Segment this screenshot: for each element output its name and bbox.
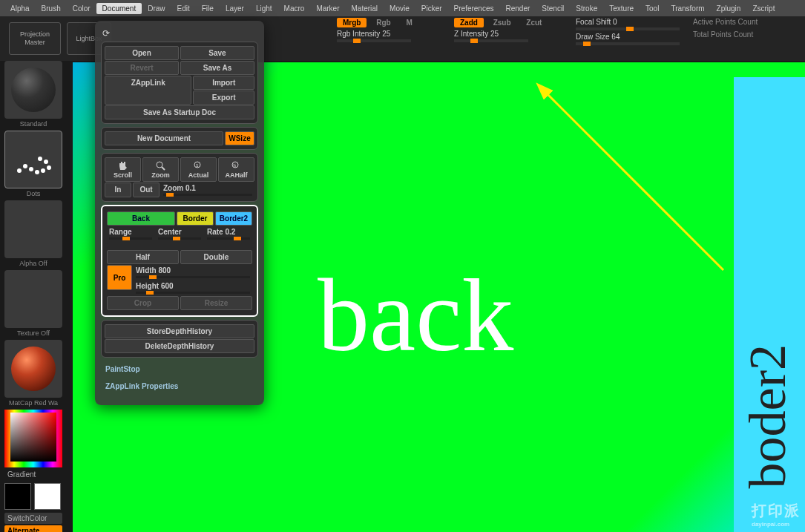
menu-stroke[interactable]: Stroke [570,3,603,14]
depth-group: StoreDepthHistory DeleteDepthHistory [101,320,258,358]
zapplink-properties-link[interactable]: ZAppLink Properties [99,378,260,395]
texture-thumb[interactable] [4,270,62,328]
menu-macro[interactable]: Macro [278,3,311,14]
z-intensity-slider[interactable] [454,39,528,42]
z-intensity-label: Z Intensity [454,30,488,38]
menu-alpha[interactable]: Alpha [4,3,36,14]
menu-edit[interactable]: Edit [171,3,196,14]
main-menubar: AlphaBrushColorDocumentDrawEditFileLayer… [0,0,805,16]
range-slider[interactable]: Range [107,226,154,241]
background-group: Back Border Border2 Range Center Rate 0.… [101,205,258,317]
menu-texture[interactable]: Texture [603,3,640,14]
menu-draw[interactable]: Draw [142,3,171,14]
menu-preferences[interactable]: Preferences [448,3,500,14]
switch-color-button[interactable]: SwitchColor [4,513,62,524]
menu-zplugin[interactable]: Zplugin [711,3,747,14]
menu-material[interactable]: Material [346,3,384,14]
border-color-button[interactable]: Border [177,211,214,226]
swatch-black[interactable] [4,483,31,510]
zoom-out-button[interactable]: Out [133,183,160,197]
menu-tool[interactable]: Tool [640,3,665,14]
zoom-slider[interactable]: Zoom 0.1 [161,183,254,197]
active-points-label: Active Points Count [693,18,758,26]
rgb-button[interactable]: Rgb [370,18,396,27]
wsize-button[interactable]: WSize [225,131,254,145]
back-color-button[interactable]: Back [107,211,175,226]
projection-master-button[interactable]: Projection Master [9,22,61,55]
store-depth-button[interactable]: StoreDepthHistory [105,324,254,338]
menu-stencil[interactable]: Stencil [536,3,570,14]
mrgb-button[interactable]: Mrgb [337,18,367,27]
menu-render[interactable]: Render [500,3,536,14]
focal-shift-slider[interactable] [576,27,680,30]
canvas-text-back: back [318,255,513,375]
menu-document[interactable]: Document [96,3,142,14]
save-button[interactable]: Save [180,46,254,60]
newdoc-group: New Document WSize [101,127,258,150]
export-button[interactable]: Export [193,91,254,105]
rgb-intensity-slider[interactable] [337,39,411,42]
rgb-intensity-label: Rgb Intensity [337,30,380,38]
brush-thumb-standard[interactable] [4,61,62,119]
resize-button[interactable]: Resize [180,296,252,310]
texture-label: Texture Off [0,329,67,337]
document-panel: ⟳ Open Save Revert Save As ZAppLink Impo… [95,21,264,405]
zapplink-button[interactable]: ZAppLink [105,76,191,105]
double-button[interactable]: Double [180,250,252,264]
aahalf-icon: ½ [231,160,243,171]
open-button[interactable]: Open [105,46,179,60]
draw-size-label: Draw Size [576,33,610,41]
menu-brush[interactable]: Brush [36,3,67,14]
focal-shift-value: 0 [613,18,617,26]
stroke-thumb-dots[interactable] [4,131,62,188]
color-picker[interactable] [4,410,62,467]
rate-slider[interactable]: Rate 0.2 [205,226,252,241]
menu-zscript[interactable]: Zscript [746,3,781,14]
center-slider[interactable]: Center [156,226,203,241]
import-button[interactable]: Import [193,76,254,90]
total-points-label: Total Points Count [693,30,758,39]
zsub-button[interactable]: Zsub [487,18,517,27]
menu-file[interactable]: File [196,3,220,14]
color-swatches[interactable] [4,483,62,510]
save-as-button[interactable]: Save As [180,61,254,75]
material-thumb[interactable] [4,340,62,398]
menu-movie[interactable]: Movie [384,3,415,14]
swatch-white[interactable] [34,483,61,510]
width-slider[interactable]: Width 800 [134,265,252,280]
menu-light[interactable]: Light [250,3,278,14]
crop-button[interactable]: Crop [107,296,179,310]
left-palette: Standard Dots Alpha Off Texture Off MatC… [0,61,67,532]
delete-depth-button[interactable]: DeleteDepthHistory [105,339,254,353]
border2-color-button[interactable]: Border2 [215,211,252,226]
gradient-label[interactable]: Gradient [4,469,62,480]
menu-picker[interactable]: Picker [415,3,448,14]
half-button[interactable]: Half [107,250,179,264]
zoom-group: Scroll Zoom 1Actual ½AAHalf In Out Zoom … [101,153,258,202]
revert-button[interactable]: Revert [105,61,179,75]
material-label: MatCap Red Wa [0,399,67,407]
zcut-button[interactable]: Zcut [520,18,548,27]
alpha-thumb[interactable] [4,200,62,258]
paintstop-link[interactable]: PaintStop [99,361,260,378]
alternate-button[interactable]: Alternate [4,525,62,532]
menu-color[interactable]: Color [67,3,96,14]
zadd-button[interactable]: Zadd [454,18,484,27]
menu-layer[interactable]: Layer [220,3,250,14]
height-slider[interactable]: Height 600 [134,280,252,295]
menu-marker[interactable]: Marker [310,3,345,14]
reload-icon[interactable]: ⟳ [99,28,260,39]
m-button[interactable]: M [400,18,418,27]
draw-size-slider[interactable] [576,42,680,45]
new-document-button[interactable]: New Document [105,131,223,145]
zoom-button[interactable]: Zoom [142,157,179,182]
scroll-button[interactable]: Scroll [105,157,141,182]
aahalf-button[interactable]: ½AAHalf [218,157,254,182]
zoom-in-button[interactable]: In [105,183,131,197]
rgb-intensity-value: 25 [382,30,390,38]
menu-transform[interactable]: Transform [665,3,710,14]
canvas-text-border2: boder2 [738,344,798,488]
save-as-startup-button[interactable]: Save As Startup Doc [105,105,254,119]
pro-button[interactable]: Pro [107,265,132,290]
actual-button[interactable]: 1Actual [180,157,217,182]
